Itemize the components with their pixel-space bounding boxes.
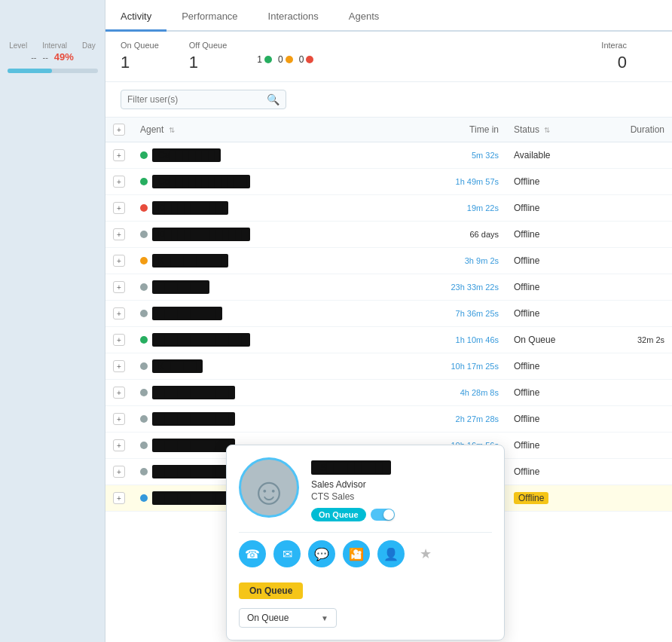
agent-name: ███████ [152, 280, 209, 294]
agent-name: █████████ [152, 307, 222, 320]
filter-input-wrap[interactable]: 🔍 [121, 90, 286, 109]
th-timein: Time in [416, 118, 506, 142]
popup-status-badge: On Queue [239, 582, 303, 599]
agent-name: ██████████ [152, 491, 228, 505]
agent-name-cell: ███████████ [140, 412, 276, 426]
status-dot [140, 415, 148, 423]
on-queue-stat: On Queue 1 [121, 41, 159, 72]
onqueue-badge: On Queue [311, 508, 366, 521]
table-row[interactable]: + ███████ 23h 33m 22sOffline [105, 274, 672, 301]
row-expand-btn[interactable]: + [113, 492, 125, 504]
status-dot [140, 257, 148, 264]
toggle-knob [383, 509, 394, 520]
dot-group: 1 0 0 [257, 54, 313, 65]
agent-info: S████████ Sales Advisor CTS Sales On Que… [311, 457, 492, 521]
table-row[interactable]: + K█████ 10h 17m 25sOffline [105, 353, 672, 380]
dot-green-count: 1 [257, 54, 262, 65]
toggle-switch[interactable] [371, 509, 395, 521]
phone-button[interactable]: ☎ [239, 540, 266, 567]
row-expand-btn[interactable]: + [113, 307, 125, 319]
search-icon: 🔍 [267, 93, 279, 105]
sidebar-day-label: Day [82, 41, 96, 50]
interac-stat: Interac 0 [601, 41, 627, 72]
agent-name: D█████████████ [152, 228, 250, 241]
time-in: 19m 22s [467, 203, 499, 212]
row-expand-btn[interactable]: + [113, 255, 125, 267]
status-dot [140, 494, 148, 502]
orange-dot [286, 56, 293, 63]
row-expand-btn[interactable]: + [113, 202, 125, 214]
popup-dropdown[interactable]: On Queue ▼ [239, 608, 337, 628]
row-expand-btn[interactable]: + [113, 360, 125, 372]
off-queue-stat: Off Queue 1 [189, 41, 228, 72]
avatar-icon: ☺ [249, 472, 288, 510]
table-row[interactable]: + K█████████ 3h 9m 2sOffline [105, 248, 672, 274]
th-duration: Duration [597, 118, 672, 142]
time-in: 1h 10m 46s [456, 335, 499, 344]
main-panel: Activity Performance Interactions Agents… [105, 0, 672, 642]
row-expand-btn[interactable]: + [113, 334, 125, 346]
th-spacer [283, 118, 416, 142]
row-expand-btn[interactable]: + [113, 466, 125, 478]
agent-name-cell: K█████ [140, 359, 276, 373]
agent-name: ███████████ [152, 465, 235, 478]
agent-name-cell: ███████ [140, 280, 276, 294]
time-in: 66 days [469, 230, 499, 239]
table-row[interactable]: + ██████████████ 1h 10m 46sOn Queue32m 2… [105, 327, 672, 353]
th-agent[interactable]: Agent ⇅ [133, 118, 283, 142]
agent-name-cell: D█████████ [140, 201, 276, 215]
sidebar-bar [8, 69, 98, 73]
table-row[interactable]: + █████████ 7h 36m 25sOffline [105, 301, 672, 327]
sidebar-bar-fill [8, 69, 52, 73]
table-row[interactable]: + D█████████████ 66 daysOffline [105, 222, 672, 248]
table-row[interactable]: + Ca███████ 5m 32sAvailable [105, 142, 672, 169]
table-row[interactable]: + ███████████ 4h 28m 8sOffline [105, 380, 672, 406]
status-badge: Offline [514, 414, 539, 424]
email-button[interactable]: ✉ [273, 540, 301, 567]
red-dot [306, 56, 313, 63]
dot-orange-item: 0 [278, 54, 293, 65]
tab-performance[interactable]: Performance [166, 3, 252, 32]
row-expand-btn[interactable]: + [113, 149, 125, 161]
row-expand-btn[interactable]: + [113, 281, 125, 293]
popup-dropdown-label: On Queue [247, 613, 289, 623]
status-badge: Available [514, 150, 550, 160]
status-dot [140, 231, 148, 238]
status-badge: Offline [514, 176, 539, 187]
status-dot [140, 283, 148, 291]
table-row[interactable]: + Co████████████ 1h 49m 57sOffline [105, 169, 672, 195]
row-expand-btn[interactable]: + [113, 439, 125, 451]
table-row[interactable]: + D█████████ 19m 22sOffline [105, 195, 672, 222]
th-status[interactable]: Status ⇅ [506, 118, 597, 142]
dot-red-item: 0 [299, 54, 314, 65]
on-queue-value: 1 [121, 53, 159, 72]
star-button[interactable]: ★ [412, 540, 439, 567]
filter-input[interactable] [127, 94, 267, 105]
interac-label: Interac [601, 41, 627, 50]
row-expand-btn[interactable]: + [113, 176, 125, 188]
status-badge: Offline [514, 361, 539, 371]
popup-agent-name: S████████ [311, 460, 391, 475]
status-dot [140, 389, 148, 396]
expand-all-btn[interactable]: + [113, 124, 125, 136]
tab-interactions[interactable]: Interactions [253, 3, 334, 32]
video-button[interactable]: 🎦 [343, 540, 370, 567]
status-badge: Offline [514, 203, 539, 213]
tab-agents[interactable]: Agents [334, 3, 394, 32]
popup-bottom: On Queue On Queue ▼ [239, 573, 492, 628]
time-in: 3h 9m 2s [465, 256, 499, 265]
agent-name-cell: Co████████████ [140, 175, 276, 188]
status-badge: Offline [514, 466, 539, 477]
row-expand-btn[interactable]: + [113, 228, 125, 240]
onqueue-toggle[interactable]: On Queue [311, 508, 492, 521]
user-button[interactable]: 👤 [377, 540, 405, 567]
popup-dropdown-row: On Queue ▼ [239, 608, 492, 628]
agent-name-cell: ███████████ [140, 386, 276, 399]
table-row[interactable]: + ███████████ 2h 27m 28sOffline [105, 406, 672, 433]
row-expand-btn[interactable]: + [113, 413, 125, 425]
agent-name: ███████████ [152, 412, 235, 426]
chat-button[interactable]: 💬 [308, 540, 335, 567]
tab-activity[interactable]: Activity [105, 3, 166, 32]
row-expand-btn[interactable]: + [113, 387, 125, 399]
stats-bar: On Queue 1 Off Queue 1 1 0 0 [105, 32, 672, 82]
